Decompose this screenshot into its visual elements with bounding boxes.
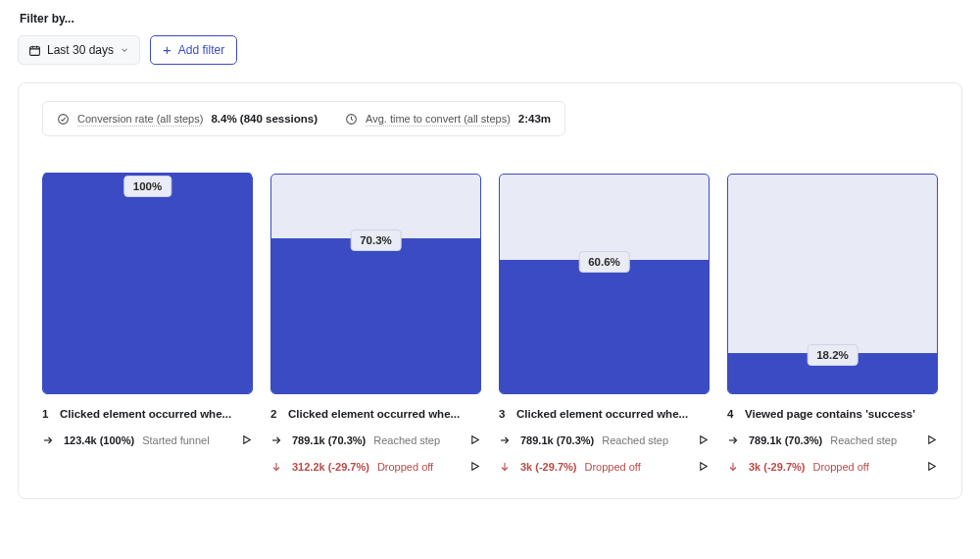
summary-bar: Conversion rate (all steps) 8.4% (840 se… [42,101,565,136]
reached-label: Reached step [373,434,461,446]
step-name: Clicked element occurred whe... [288,408,481,420]
funnel-bar-fill [500,260,709,393]
date-range-label: Last 30 days [47,43,114,57]
step-name: Viewed page contains 'success' [745,408,938,420]
reached-label: Reached step [830,434,917,446]
arrow-down-icon [270,461,284,473]
dropped-row: 3k (-29.7%) Dropped off [499,460,710,473]
play-icon[interactable] [240,433,253,446]
plus-icon: + [163,42,172,57]
funnel-step: 60.6% 3 Clicked element occurred whe... … [499,174,710,473]
play-icon[interactable] [468,433,481,446]
chevron-down-icon [120,45,129,55]
step-index: 1 [42,408,52,420]
arrow-right-icon [727,434,741,446]
dropped-count: 312.2k (-29.7%) [292,461,369,473]
percent-badge: 100% [123,176,172,197]
funnel-step: 18.2% 4 Viewed page contains 'success' 7… [727,174,938,473]
conversion-rate-value: 8.4% (840 sessions) [211,113,318,125]
reached-count: 789.1k (70.3%) [520,434,594,446]
funnel-step: 70.3% 2 Clicked element occurred whe... … [270,174,481,473]
arrow-down-icon [727,461,741,473]
calendar-icon [28,44,41,57]
arrow-right-icon [42,434,56,446]
reached-count: 789.1k (70.3%) [292,434,366,446]
filter-bar: Last 30 days + Add filter [18,35,962,65]
percent-badge: 60.6% [578,251,630,273]
dropped-row: 3k (-29.7%) Dropped off [727,460,938,473]
reached-row: 789.1k (70.3%) Reached step [499,433,710,446]
step-title-row: 2 Clicked element occurred whe... [270,408,481,420]
reached-row: 789.1k (70.3%) Reached step [270,433,481,446]
arrow-right-icon [499,434,513,446]
funnel-panel: Conversion rate (all steps) 8.4% (840 se… [18,82,962,499]
play-icon[interactable] [468,460,481,473]
add-filter-button[interactable]: + Add filter [150,35,237,65]
step-name: Clicked element occurred whe... [60,408,253,420]
arrow-right-icon [270,434,284,446]
check-circle-icon [57,113,70,126]
avg-time-value: 2:43m [518,113,551,125]
svg-rect-0 [30,46,40,55]
step-title-row: 1 Clicked element occurred whe... [42,408,253,420]
reached-count: 789.1k (70.3%) [749,434,822,446]
funnel-bar-fill [271,238,480,393]
funnel-bar[interactable]: 60.6% [499,174,710,394]
avg-time-label: Avg. time to convert (all steps) [366,113,511,125]
play-icon[interactable] [925,433,938,446]
step-index: 3 [499,408,509,420]
date-range-filter-button[interactable]: Last 30 days [18,35,140,65]
reached-label: Reached step [602,434,689,446]
funnel-step: 100% 1 Clicked element occurred whe... 1… [42,174,253,473]
step-title-row: 3 Clicked element occurred whe... [499,408,710,420]
funnel-bar[interactable]: 100% [42,174,253,394]
dropped-row: 312.2k (-29.7%) Dropped off [270,460,481,473]
conversion-rate-label: Conversion rate (all steps) [77,113,203,125]
percent-badge: 70.3% [350,229,402,251]
arrow-down-icon [499,461,513,473]
svg-point-1 [59,114,69,124]
funnel-bar[interactable]: 18.2% [727,174,938,394]
filter-heading: Filter by... [20,12,962,25]
step-title-row: 4 Viewed page contains 'success' [727,408,938,420]
add-filter-label: Add filter [178,43,224,57]
funnel-steps: 100% 1 Clicked element occurred whe... 1… [42,174,938,473]
play-icon[interactable] [697,433,710,446]
reached-row: 789.1k (70.3%) Reached step [727,433,938,446]
percent-badge: 18.2% [807,344,858,366]
funnel-bar[interactable]: 70.3% [270,174,481,394]
funnel-bar-fill [43,173,252,393]
step-index: 2 [270,408,280,420]
play-icon[interactable] [925,460,938,473]
step-index: 4 [727,408,737,420]
step-name: Clicked element occurred whe... [516,408,710,420]
dropped-label: Dropped off [377,461,461,473]
clock-icon [345,113,358,126]
reached-count: 123.4k (100%) [64,434,134,446]
reached-label: Started funnel [142,434,232,446]
dropped-count: 3k (-29.7%) [749,461,805,473]
reached-row: 123.4k (100%) Started funnel [42,433,253,446]
play-icon[interactable] [697,460,710,473]
dropped-label: Dropped off [584,461,689,473]
dropped-label: Dropped off [812,461,917,473]
dropped-count: 3k (-29.7%) [520,461,576,473]
